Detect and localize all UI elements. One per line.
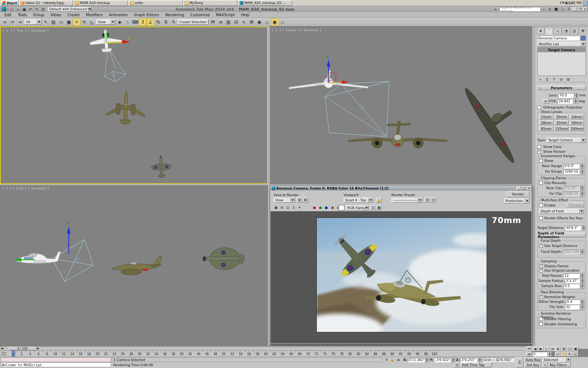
me262-plane-front[interactable] xyxy=(348,121,447,148)
show-cone-checkbox[interactable]: Show Cone xyxy=(537,144,586,149)
pen-icon[interactable]: ✎ xyxy=(547,7,553,12)
select-and-link-icon[interactable]: ∞ xyxy=(1,18,9,26)
x-spinner[interactable]: ▲▼ xyxy=(425,357,429,362)
rfw-title-bar[interactable]: Bonanza Camera, frame 0, RGBA Color 16 B… xyxy=(270,186,531,191)
menu-animation[interactable]: Animation xyxy=(109,13,128,17)
start-button[interactable]: Start xyxy=(1,0,18,6)
render-button[interactable]: Render xyxy=(507,191,530,197)
select-manipulate-icon[interactable]: ☝ xyxy=(123,18,131,26)
menu-rendering[interactable]: Rendering xyxy=(165,13,184,17)
menu-views[interactable]: Views xyxy=(50,13,61,17)
taskbar-button-2[interactable]: MAM A2A mockup xyxy=(74,0,128,6)
multipass-effect-dropdown[interactable]: Depth of Field▼ xyxy=(539,209,584,214)
stock-lens-135mm[interactable]: 135mm xyxy=(555,126,569,131)
workspace-dropdown[interactable]: Default with Enhanced I ▼ xyxy=(48,7,91,12)
key-mode-toggle-icon[interactable]: ⏭ xyxy=(526,351,532,357)
stock-lens-200mm[interactable]: 200mm xyxy=(570,126,584,131)
tab-display[interactable]: ⊡ xyxy=(570,28,578,34)
show-desktop-button[interactable] xyxy=(583,1,588,6)
far-range-spinner[interactable]: ▲▼ xyxy=(580,169,584,174)
time-slider-thumb[interactable]: 0 / 100 xyxy=(8,347,36,350)
pin-stack-icon[interactable]: ⌖ xyxy=(537,77,543,82)
redo-icon[interactable]: ↷ xyxy=(34,7,40,12)
taskbar-button-4[interactable]: MyTemp xyxy=(183,0,237,6)
dither-spinner[interactable]: ▲▼ xyxy=(581,299,584,304)
minimize-button[interactable]: _ xyxy=(572,7,577,11)
clone-window-icon[interactable]: ◫ xyxy=(285,205,291,210)
open-file-icon[interactable]: ▱ xyxy=(15,7,21,12)
dither-strength-field[interactable]: 0.4 xyxy=(566,300,580,304)
keyboard-override-icon[interactable]: ⌨ xyxy=(131,18,139,26)
tab-modify[interactable]: ⌒ xyxy=(545,28,553,34)
menu-create[interactable]: Create xyxy=(67,13,79,17)
sample-bias-spinner[interactable]: ▲▼ xyxy=(580,283,584,289)
tab-motion[interactable]: ◔ xyxy=(562,28,570,34)
new-scene-icon[interactable]: ▢ xyxy=(9,7,15,12)
viewport-left-label[interactable]: [ + ] [ Left ] [ Shaded ] xyxy=(2,187,49,190)
curve-editor-icon[interactable]: ∿ xyxy=(240,18,248,26)
track-bar[interactable]: 0246810121416182022242628303234363840424… xyxy=(0,351,532,357)
selection-lock-icon[interactable]: 🔒 xyxy=(390,357,395,362)
near-range-spinner[interactable]: ▲▼ xyxy=(580,163,584,169)
camera-frustum[interactable] xyxy=(52,240,93,282)
mini-curve-editor-icon[interactable] xyxy=(1,351,6,356)
rfw-minimize-button[interactable]: _ xyxy=(516,186,521,190)
menu-group[interactable]: Group xyxy=(33,13,44,17)
percent-snap-icon[interactable]: % xyxy=(154,18,162,26)
select-scale-icon[interactable]: ◺ xyxy=(88,18,96,26)
tab-create[interactable]: ✦ xyxy=(537,28,545,34)
render-setup-icon[interactable]: ♨ xyxy=(263,18,271,26)
total-passes-field[interactable]: 12 xyxy=(563,273,580,278)
maxscript-listener-line[interactable]: Welcome to MAXScript. xyxy=(1,362,111,367)
next-frame-arrow[interactable]: ▶ xyxy=(36,347,40,350)
stock-lens-20mm[interactable]: 20mm xyxy=(555,114,569,119)
normalize-weights-checkbox[interactable]: Normalize Weights xyxy=(539,294,575,299)
close-button[interactable]: ✕ xyxy=(582,7,587,11)
make-unique-icon[interactable]: Y xyxy=(551,77,557,82)
auto-region-icon[interactable]: ⊠ xyxy=(302,197,308,202)
spitfire-plane-left[interactable] xyxy=(202,248,244,270)
toggle-ui-icon[interactable]: ▦ xyxy=(376,205,382,210)
zoom-region-icon[interactable]: ▭ xyxy=(555,351,561,357)
target-distance-field[interactable]: 40'8.3" xyxy=(565,226,581,230)
auto-key-button[interactable]: Auto Key xyxy=(524,357,541,362)
use-pivot-center-icon[interactable]: ◈ xyxy=(116,18,123,26)
environment-icon[interactable]: ◎ xyxy=(430,197,436,202)
mirror-icon[interactable]: M xyxy=(209,18,217,26)
disable-filtering-checkbox[interactable]: Disable Filtering xyxy=(539,316,571,321)
align-icon[interactable]: ≡ xyxy=(217,18,225,26)
tile-size-spinner[interactable]: ▲▼ xyxy=(580,304,584,309)
near-range-field[interactable]: 0'0.0" xyxy=(563,164,580,169)
time-slider[interactable]: ◀ 0 / 100 ▶ xyxy=(0,346,532,351)
taskbar-button-5[interactable]: MAM_A2A_mockup_02.... xyxy=(238,0,292,6)
menu-customize[interactable]: Customize xyxy=(190,13,210,17)
per-pass-checkbox[interactable]: Render Effects Per Pass xyxy=(539,216,583,220)
window-crossing-icon[interactable]: ▣ xyxy=(65,18,73,26)
add-time-tag-button[interactable]: Add Time Tag xyxy=(460,362,492,367)
me262-plane-top[interactable] xyxy=(106,91,145,126)
env-show-checkbox[interactable]: Show xyxy=(539,158,553,163)
rect-selection-region-icon[interactable]: ▭ xyxy=(57,18,65,26)
maximize-viewport-icon[interactable]: ◱ xyxy=(573,351,578,357)
lens-spinner[interactable]: ▲▼ xyxy=(574,93,578,98)
ribbon-toggle-icon[interactable]: ⊟ xyxy=(232,18,240,26)
background-color-swatch[interactable] xyxy=(338,205,344,210)
multipass-enable-checkbox[interactable]: Enable xyxy=(539,203,556,208)
select-object-icon[interactable]: ↖ xyxy=(42,18,50,26)
sample-bias-field[interactable]: 0.5 xyxy=(563,284,580,289)
show-horizon-checkbox[interactable]: Show Horizon xyxy=(537,149,586,154)
frame-spinner[interactable]: ▲▼ xyxy=(548,351,552,357)
alpha-channel-icon[interactable]: ◑ xyxy=(329,205,335,210)
copy-image-icon[interactable]: ⧉ xyxy=(279,205,285,210)
menu-edit[interactable]: Edit xyxy=(4,13,11,17)
spinner-snap-icon[interactable]: ⇅ xyxy=(162,18,170,26)
zoom-extents-icon[interactable]: ▢ xyxy=(567,346,573,351)
layer-manager-icon[interactable]: ▤ xyxy=(225,18,232,26)
z-spinner[interactable]: ▲▼ xyxy=(478,357,482,362)
absolute-mode-icon[interactable]: ⊕ xyxy=(395,357,401,362)
y-spinner[interactable]: ▲▼ xyxy=(451,357,455,362)
favorites-star-icon[interactable]: ☆ xyxy=(559,7,566,12)
prev-frame-icon[interactable]: ◀ xyxy=(532,346,538,351)
bind-to-spacewarp-icon[interactable]: ≈ xyxy=(17,18,24,26)
pan-icon[interactable]: ✋ xyxy=(561,351,567,357)
